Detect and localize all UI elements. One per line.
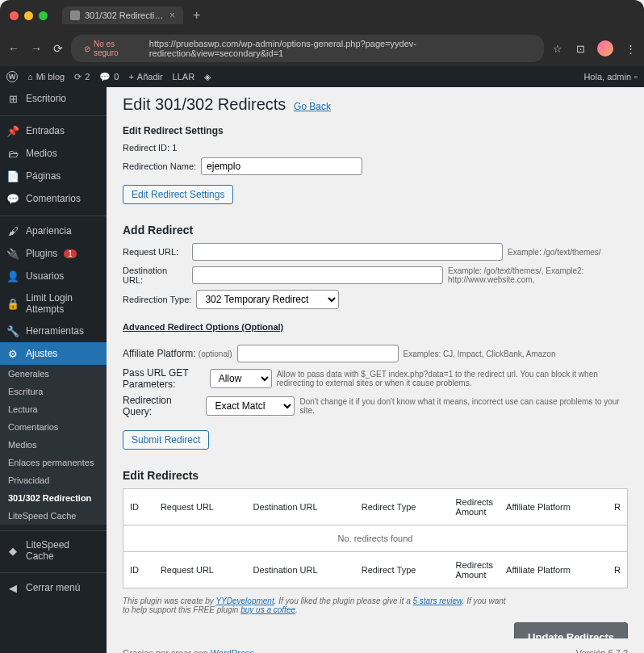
litespeed-item[interactable]: ◈	[204, 72, 211, 82]
reload-button[interactable]: ⟳	[53, 42, 63, 55]
query-label: Redirection Query:	[123, 395, 201, 417]
sidebar-item-limit-login[interactable]: 🔒Limit Login Attempts	[0, 287, 107, 320]
tab-title: 301/302 Redirection < Mi blo...	[85, 10, 165, 20]
redirect-id-text: Redirect ID: 1	[123, 143, 628, 153]
col-extra[interactable]: R	[608, 489, 627, 525]
sidebar-item-plugins[interactable]: 🔌Plugins 1	[0, 242, 107, 265]
sidebar-item-apariencia[interactable]: 🖌Apariencia	[0, 220, 107, 242]
tab-close-icon[interactable]: ×	[169, 10, 175, 21]
pass-params-label: Pass URL GET Parameters:	[123, 367, 205, 390]
submenu-litespeed[interactable]: LiteSpeed Cache	[0, 507, 107, 525]
submenu-lectura[interactable]: Lectura	[0, 400, 107, 418]
submenu-enlaces[interactable]: Enlaces permanentes	[0, 454, 107, 471]
affiliate-label: Affiliate Platform: (optional)	[123, 348, 232, 359]
redirection-name-input[interactable]	[201, 157, 362, 175]
llar-item[interactable]: LLAR	[173, 72, 195, 82]
submenu-privacidad[interactable]: Privacidad	[0, 471, 107, 489]
submit-redirect-button[interactable]: Submit Redirect	[123, 430, 209, 450]
destination-url-input[interactable]	[192, 266, 443, 284]
pass-params-select[interactable]: Allow	[210, 369, 272, 388]
sidebar-item-litespeed-cache[interactable]: ◆LiteSpeed Cache	[0, 534, 107, 567]
go-back-link[interactable]: Go Back	[294, 101, 331, 112]
sidebar-item-ajustes[interactable]: ⚙Ajustes	[0, 342, 107, 365]
footer-thanks: Gracias por crear con WordPress.	[123, 648, 257, 653]
gear-icon: ⚙	[6, 347, 19, 360]
request-url-row: Request URL: Example: /go/text/themes/	[123, 243, 628, 261]
sidebar-item-herramientas[interactable]: 🔧Herramientas	[0, 320, 107, 342]
destination-url-label: Destination URL:	[123, 266, 187, 285]
user-greeting[interactable]: Hola, admin ▫	[583, 72, 638, 82]
addressbar[interactable]: ⊘ No es seguro https://pruebaswp.com/wp-…	[71, 35, 544, 62]
extensions-icon[interactable]: ⊡	[575, 43, 586, 54]
col-affiliate[interactable]: Affiliate Platform	[500, 489, 608, 525]
updates-item[interactable]: ⟳ 2	[74, 72, 90, 82]
wrench-icon: 🔧	[6, 324, 19, 337]
edit-settings-button[interactable]: Edit Redirect Settings	[123, 185, 233, 204]
edit-redirects-heading: Edit Redirects	[123, 469, 628, 482]
submenu-generales[interactable]: Generales	[0, 365, 107, 383]
col-amount[interactable]: Redirects Amount	[450, 489, 500, 525]
request-url-input[interactable]	[192, 243, 503, 261]
edit-settings-heading: Edit Redirect Settings	[123, 125, 628, 136]
wp-logo-item[interactable]: W	[6, 71, 18, 82]
redirection-type-select[interactable]: 302 Temporary Redirect	[196, 290, 339, 309]
minimize-window-button[interactable]	[24, 11, 33, 20]
collapse-icon: ◀	[6, 581, 19, 594]
forward-button[interactable]: →	[31, 42, 42, 55]
nav-arrows: ← → ⟳	[8, 42, 63, 55]
sidebar-item-medios[interactable]: 🗁Medios	[0, 142, 107, 165]
maximize-window-button[interactable]	[39, 11, 48, 20]
lock-icon: 🔒	[6, 297, 19, 310]
back-button[interactable]: ←	[8, 42, 19, 55]
col-id[interactable]: ID	[123, 489, 154, 525]
advanced-options-heading: Advanced Redirect Options (Optional)	[123, 322, 283, 332]
sidebar-collapse[interactable]: ◀Cerrar menú	[0, 576, 107, 599]
profile-avatar[interactable]	[597, 40, 613, 57]
brush-icon: 🖌	[6, 224, 19, 237]
new-content-item[interactable]: + Añadir	[128, 72, 162, 82]
request-url-example: Example: /go/text/themes/	[508, 248, 601, 257]
tab-favicon-icon	[70, 10, 80, 20]
sidebar-item-entradas[interactable]: 📌Entradas	[0, 119, 107, 142]
submenu-redirection[interactable]: 301/302 Redirection	[0, 489, 107, 507]
new-tab-button[interactable]: +	[188, 8, 205, 23]
wp-footer: Gracias por crear con WordPress. Versión…	[107, 638, 644, 653]
wordpress-link[interactable]: WordPress	[211, 648, 254, 653]
comments-item[interactable]: 💬 0	[99, 72, 119, 82]
diamond-icon: ◆	[6, 544, 19, 557]
affiliate-example: Examples: CJ, Impact, ClickBank, Amazon	[404, 350, 556, 358]
browser-tab[interactable]: 301/302 Redirection < Mi blo... ×	[62, 6, 183, 24]
home-icon: ⌂	[27, 72, 33, 82]
sidebar-item-paginas[interactable]: 📄Páginas	[0, 165, 107, 187]
plus-icon: +	[128, 72, 133, 82]
add-redirect-heading: Add Redirect	[123, 224, 628, 237]
submenu-escritura[interactable]: Escritura	[0, 383, 107, 400]
menu-separator	[0, 113, 107, 116]
sidebar-item-usuarios[interactable]: 👤Usuarios	[0, 265, 107, 287]
query-hint: Don't change it if you don't know what i…	[299, 397, 628, 415]
site-name-item[interactable]: ⌂ Mi blog	[27, 72, 65, 82]
yydev-link[interactable]: YYDevelopment	[215, 596, 274, 605]
menu-icon[interactable]: ⋮	[625, 43, 636, 54]
table-header-row: ID Request URL Destination URL Redirect …	[123, 489, 628, 525]
coffee-link[interactable]: buy us a coffee	[240, 605, 295, 614]
pin-icon: 📌	[6, 124, 19, 137]
query-select[interactable]: Exact Match	[206, 396, 295, 416]
sidebar-item-escritorio[interactable]: ⊞Escritorio	[0, 87, 107, 110]
security-badge[interactable]: ⊘ No es seguro	[79, 38, 144, 59]
sidebar-item-comentarios[interactable]: 💬Comentarios	[0, 187, 107, 210]
ajustes-submenu: Generales Escritura Lectura Comentarios …	[0, 365, 107, 525]
submenu-medios[interactable]: Medios	[0, 436, 107, 454]
col-destination[interactable]: Destination URL	[247, 489, 355, 525]
star-icon[interactable]: ☆	[552, 43, 563, 54]
window-controls	[10, 11, 48, 20]
url-text: https://pruebaswp.com/wp-admin/options-g…	[149, 39, 536, 58]
col-request[interactable]: Request URL	[154, 489, 247, 525]
submenu-comentarios[interactable]: Comentarios	[0, 418, 107, 436]
close-window-button[interactable]	[10, 11, 19, 20]
redirection-type-row: Redirection Type: 302 Temporary Redirect	[123, 290, 628, 309]
user-avatar-icon: ▫	[634, 72, 638, 82]
review-link[interactable]: 5 stars review	[412, 596, 462, 605]
col-type[interactable]: Redirect Type	[355, 489, 450, 525]
affiliate-input[interactable]	[237, 345, 399, 362]
